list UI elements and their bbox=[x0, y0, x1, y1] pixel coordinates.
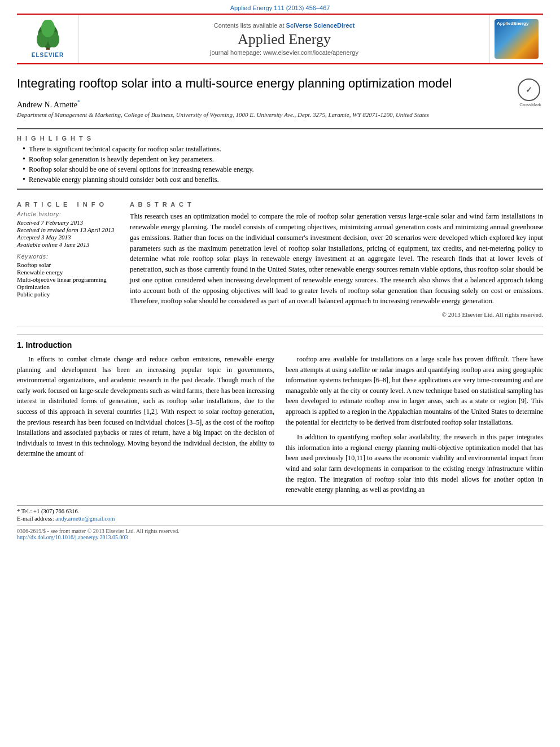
author-name: Andrew N. Arnette* bbox=[17, 99, 506, 110]
highlight-text: There is significant technical capacity … bbox=[29, 145, 221, 154]
journal-center-header: Contents lists available at SciVerse Sci… bbox=[79, 15, 489, 63]
email-label: E-mail address: bbox=[17, 516, 55, 522]
section1-col1-p1: In efforts to combat climate change and … bbox=[17, 354, 274, 459]
journal-citation: Applied Energy 111 (2013) 456–467 bbox=[0, 0, 560, 14]
author-sup: * bbox=[77, 99, 80, 105]
accepted-date: Accepted 3 May 2013 bbox=[17, 234, 119, 241]
sciverse-prefix: Contents lists available at bbox=[214, 22, 286, 29]
article-title-section: Integrating rooftop solar into a multi-s… bbox=[17, 64, 543, 124]
email-link[interactable]: andy.arnette@gmail.com bbox=[55, 516, 115, 522]
elsevier-logo: ELSEVIER bbox=[31, 20, 65, 58]
section1-col2: rooftop area available for installations… bbox=[286, 354, 543, 500]
author-text: Andrew N. Arnette bbox=[17, 100, 77, 108]
abstract-col: A B S T R A C T This research uses an op… bbox=[130, 195, 543, 318]
title-divider bbox=[17, 128, 543, 129]
keywords-list: Rooftop solar Renewable energy Multi-obj… bbox=[17, 261, 119, 298]
available-date: Available online 4 June 2013 bbox=[17, 241, 119, 248]
logo-text: AppliedEnergy bbox=[497, 21, 528, 27]
bullet-icon: • bbox=[23, 176, 25, 184]
info-abstract-section: A R T I C L E I N F O Article history: R… bbox=[17, 195, 543, 318]
highlight-text: Rooftop solar generation is heavily depe… bbox=[29, 155, 214, 164]
journal-logo-right: AppliedEnergy bbox=[489, 15, 543, 63]
bullet-icon: • bbox=[23, 155, 25, 163]
sciverse-link[interactable]: SciVerse ScienceDirect bbox=[286, 22, 355, 29]
received-revised-date: Received in revised form 13 April 2013 bbox=[17, 226, 119, 233]
abstract-divider bbox=[17, 326, 543, 326]
article-info-col: A R T I C L E I N F O Article history: R… bbox=[17, 195, 119, 318]
journal-title: Applied Energy bbox=[238, 31, 331, 48]
received-date: Received 7 February 2013 bbox=[17, 219, 119, 226]
article-info-label: A R T I C L E I N F O bbox=[17, 201, 119, 208]
crossmark-label: CrossMark bbox=[518, 102, 543, 107]
keyword-item: Optimization bbox=[17, 283, 119, 290]
bullet-icon: • bbox=[23, 145, 25, 153]
list-item: • Renewable energy planning should consi… bbox=[23, 176, 543, 184]
affiliation: Department of Management & Marketing, Co… bbox=[17, 111, 506, 118]
elsevier-logo-container: ELSEVIER bbox=[17, 15, 79, 63]
keyword-item: Rooftop solar bbox=[17, 261, 119, 268]
article-history: Article history: Received 7 February 201… bbox=[17, 211, 119, 248]
citation-text: Applied Energy 111 (2013) 456–467 bbox=[230, 5, 330, 11]
section1: 1. Introduction In efforts to combat cli… bbox=[17, 334, 543, 500]
list-item: • There is significant technical capacit… bbox=[23, 145, 543, 154]
applied-energy-logo: AppliedEnergy bbox=[495, 19, 539, 59]
crossmark-icon: ✓ bbox=[518, 78, 540, 101]
main-content: Integrating rooftop solar into a multi-s… bbox=[17, 64, 543, 540]
footer-issn: 0306-2619/$ - see front matter © 2013 El… bbox=[17, 528, 543, 534]
section1-col2-p2: In addition to quantifying rooftop solar… bbox=[286, 432, 543, 495]
highlight-text: Rooftop solar should be one of several o… bbox=[29, 165, 254, 174]
svg-point-4 bbox=[41, 20, 55, 37]
keyword-item: Public policy bbox=[17, 291, 119, 298]
list-item: • Rooftop solar generation is heavily de… bbox=[23, 155, 543, 164]
section1-col1: In efforts to combat climate change and … bbox=[17, 354, 274, 500]
bullet-icon: • bbox=[23, 165, 25, 173]
section1-body: In efforts to combat climate change and … bbox=[17, 354, 543, 500]
section1-col2-p1: rooftop area available for installations… bbox=[286, 354, 543, 427]
highlights-divider bbox=[17, 189, 543, 190]
sciverse-line: Contents lists available at SciVerse Sci… bbox=[214, 22, 355, 29]
elsevier-tree-icon bbox=[31, 20, 65, 51]
crossmark-badge: ✓ CrossMark bbox=[518, 78, 543, 104]
footer-doi[interactable]: http://dx.doi.org/10.1016/j.apenergy.201… bbox=[17, 534, 543, 540]
copyright-line: © 2013 Elsevier Ltd. All rights reserved… bbox=[130, 311, 543, 318]
highlights-list: • There is significant technical capacit… bbox=[23, 145, 543, 184]
highlights-label: H I G H L I G H T S bbox=[17, 135, 543, 142]
footnote-tel: * Tel.: +1 (307) 766 6316. bbox=[17, 508, 543, 514]
keyword-item: Multi-objective linear programming bbox=[17, 276, 119, 283]
highlight-text: Renewable energy planning should conside… bbox=[29, 176, 219, 184]
footnote-section: * Tel.: +1 (307) 766 6316. E-mail addres… bbox=[17, 505, 543, 522]
abstract-text: This research uses an optimization model… bbox=[130, 211, 543, 307]
article-title-area: Integrating rooftop solar into a multi-s… bbox=[17, 76, 506, 118]
page-footer: 0306-2619/$ - see front matter © 2013 El… bbox=[17, 525, 543, 540]
keywords-label: Keywords: bbox=[17, 254, 119, 260]
keyword-item: Renewable energy bbox=[17, 269, 119, 276]
abstract-label: A B S T R A C T bbox=[130, 201, 543, 208]
journal-header: ELSEVIER Contents lists available at Sci… bbox=[17, 14, 543, 64]
list-item: • Rooftop solar should be one of several… bbox=[23, 165, 543, 174]
elsevier-wordmark: ELSEVIER bbox=[32, 52, 64, 58]
section1-heading: 1. Introduction bbox=[17, 340, 543, 350]
keywords-section: Keywords: Rooftop solar Renewable energy… bbox=[17, 254, 119, 298]
journal-homepage: journal homepage: www.elsevier.com/locat… bbox=[210, 49, 358, 56]
article-title: Integrating rooftop solar into a multi-s… bbox=[17, 76, 506, 92]
history-label: Article history: bbox=[17, 211, 119, 217]
footnote-email: E-mail address: andy.arnette@gmail.com bbox=[17, 516, 543, 522]
